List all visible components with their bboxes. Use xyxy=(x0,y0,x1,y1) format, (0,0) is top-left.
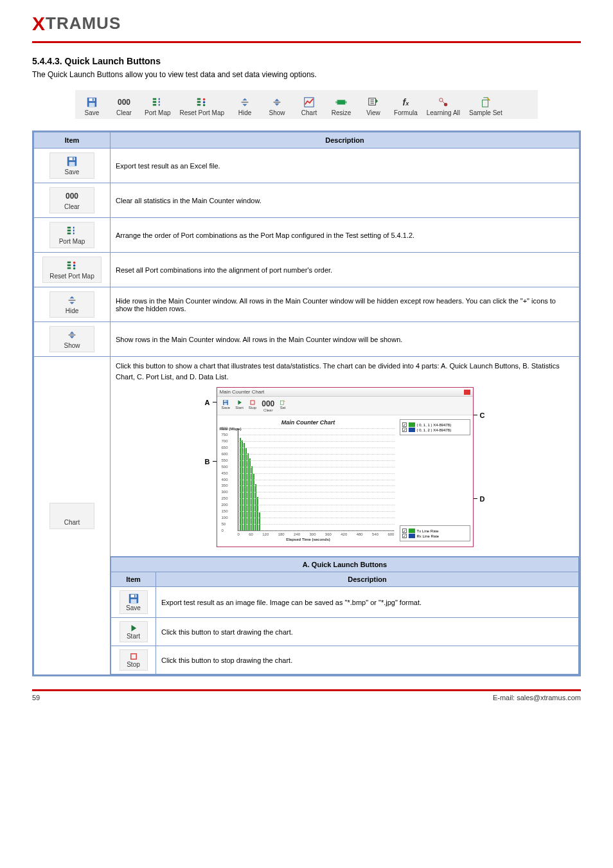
clear-cell: 000Clear xyxy=(33,183,111,218)
chart-window-titlebar: Main Counter Chart xyxy=(217,388,473,397)
row-description: Hide rows in the Main Counter window. Al… xyxy=(111,287,580,322)
toolbar-label: Sample Set xyxy=(469,109,502,116)
chart-icon xyxy=(66,506,78,518)
show-button[interactable]: Show xyxy=(263,95,291,118)
learning-icon xyxy=(437,96,450,108)
logo-bar: XTRAMUS xyxy=(32,0,581,41)
port-list: ✓( 0, 1, 1 ) X4-89478)✓( 0, 1, 2 ) X4-89… xyxy=(400,419,470,435)
sampleset-button[interactable]: Sample Set xyxy=(466,95,505,118)
save-cell: Save xyxy=(33,149,111,183)
clear-icon: 000 xyxy=(66,190,78,202)
stop-mini-button[interactable]: Stop xyxy=(120,649,148,671)
portmap-cell: Port Map xyxy=(33,218,111,253)
checkbox-icon[interactable]: ✓ xyxy=(402,529,407,533)
inner-row: StopClick this button to stop drawing th… xyxy=(111,646,579,674)
svg-rect-29 xyxy=(67,230,71,231)
page-footer: 59 E-mail: sales@xtramus.com xyxy=(32,691,581,701)
svg-point-14 xyxy=(203,101,206,104)
resize-button[interactable]: Resize xyxy=(327,95,355,118)
chart-intro-text: Click this button to show a chart that i… xyxy=(116,361,574,382)
chart-button[interactable]: Chart xyxy=(295,95,323,118)
resetportmap-button[interactable]: Reset Port Map xyxy=(177,95,227,118)
svg-rect-35 xyxy=(67,264,71,266)
svg-rect-4 xyxy=(153,98,156,100)
data-list-item[interactable]: ✓Tx Line Rate xyxy=(402,529,468,533)
svg-rect-6 xyxy=(153,104,156,106)
chart-tb-start[interactable]: Start xyxy=(233,399,245,413)
description-table: Item Description SaveExport test result … xyxy=(32,131,581,676)
table-row: Reset Port MapReset all Port combination… xyxy=(33,253,580,287)
chart-tb-save[interactable]: Save xyxy=(220,399,233,413)
chart-axes: 0501001502002503003504004505005506006507… xyxy=(238,428,395,531)
footer-email: E-mail: sales@xtramus.com xyxy=(493,694,581,701)
learningall-button[interactable]: Learning All xyxy=(424,95,463,118)
col-item: Item xyxy=(33,132,111,149)
chart-window: Main Counter Chart SaveStartStop000Clear… xyxy=(217,387,474,547)
port-list-item[interactable]: ✓( 0, 1, 1 ) X4-89478) xyxy=(402,422,468,427)
formula-button[interactable]: fxFormula xyxy=(391,95,420,118)
svg-rect-12 xyxy=(197,104,200,106)
checkbox-icon[interactable]: ✓ xyxy=(402,428,407,432)
row-description: Reset all Port combinations into the ali… xyxy=(111,253,580,287)
window-buttons[interactable] xyxy=(464,390,470,395)
toolbar-figure: Save000ClearPort MapReset Port MapHideSh… xyxy=(75,90,538,119)
portmap-button[interactable]: Port Map xyxy=(142,95,173,118)
formula-icon: fx xyxy=(399,96,412,108)
toolbar-label: Port Map xyxy=(145,109,171,116)
data-list-item[interactable]: ✓Rx Line Rate xyxy=(402,534,468,538)
hide-button[interactable]: Hide xyxy=(49,291,94,318)
show-cell: Show xyxy=(33,322,111,357)
hide-icon xyxy=(66,294,78,306)
svg-rect-30 xyxy=(67,233,71,235)
chart-tb-stop[interactable]: Stop xyxy=(247,399,258,413)
svg-rect-19 xyxy=(337,100,346,104)
clear-button[interactable]: 000Clear xyxy=(49,187,94,213)
page-number: 59 xyxy=(32,694,40,701)
start-mini-button[interactable]: Start xyxy=(120,621,148,642)
table-row-chart-sub: A. Quick Launch Buttons Item Description… xyxy=(33,557,580,676)
chart-tb-clear[interactable]: 000Clear xyxy=(260,399,276,413)
svg-rect-3 xyxy=(93,98,94,101)
svg-rect-52 xyxy=(130,654,136,659)
hide-cell: Hide xyxy=(33,287,111,322)
port-list-item[interactable]: ✓( 0, 1, 2 ) X4-89478) xyxy=(402,428,468,432)
save-button[interactable]: Save xyxy=(78,95,106,118)
inner-col-item: Item xyxy=(111,572,156,587)
view-button[interactable]: View xyxy=(359,95,387,118)
chart-icon xyxy=(303,96,315,108)
intro-text: The Quick Launch Buttons allow you to vi… xyxy=(32,69,581,80)
portmap-button[interactable]: Port Map xyxy=(49,222,94,248)
chart-tb-set[interactable]: Set xyxy=(278,399,288,413)
resize-icon xyxy=(335,96,348,108)
table-row: 000ClearClear all statistics in the Main… xyxy=(33,183,580,218)
show-button[interactable]: Show xyxy=(49,326,94,352)
section-heading: 5.4.4.3. Quick Launch Buttons xyxy=(32,56,581,66)
svg-point-37 xyxy=(73,262,76,264)
save-mini-button[interactable]: Save xyxy=(120,590,148,614)
button-label: Port Map xyxy=(59,238,85,245)
chart-button[interactable]: Chart xyxy=(49,503,94,529)
show-icon xyxy=(66,329,78,341)
toolbar-label: Hide xyxy=(238,109,252,116)
hide-button[interactable]: Hide xyxy=(231,95,259,118)
svg-rect-7 xyxy=(159,98,160,100)
inner-col-description: Description xyxy=(156,572,579,587)
brand-logo: XTRAMUS xyxy=(32,14,121,33)
table-row-chart: Chart Click this button to show a chart … xyxy=(33,357,580,557)
svg-rect-2 xyxy=(89,103,95,107)
resetportmap-cell: Reset Port Map xyxy=(33,253,111,287)
svg-rect-1 xyxy=(89,98,95,102)
checkbox-icon[interactable]: ✓ xyxy=(402,534,407,538)
clear-icon: 000 xyxy=(118,96,130,108)
clear-button[interactable]: 000Clear xyxy=(110,95,138,118)
table-row: Port MapArrange the order of Port combin… xyxy=(33,218,580,253)
checkbox-icon[interactable]: ✓ xyxy=(402,422,407,427)
toolbar-label: Resize xyxy=(332,109,351,116)
save-button[interactable]: Save xyxy=(49,152,94,179)
start-icon xyxy=(129,624,138,633)
resetportmap-button[interactable]: Reset Port Map xyxy=(42,257,101,283)
svg-rect-50 xyxy=(130,599,136,603)
svg-point-38 xyxy=(73,264,76,267)
header-rule xyxy=(32,41,581,43)
svg-rect-41 xyxy=(69,334,76,336)
